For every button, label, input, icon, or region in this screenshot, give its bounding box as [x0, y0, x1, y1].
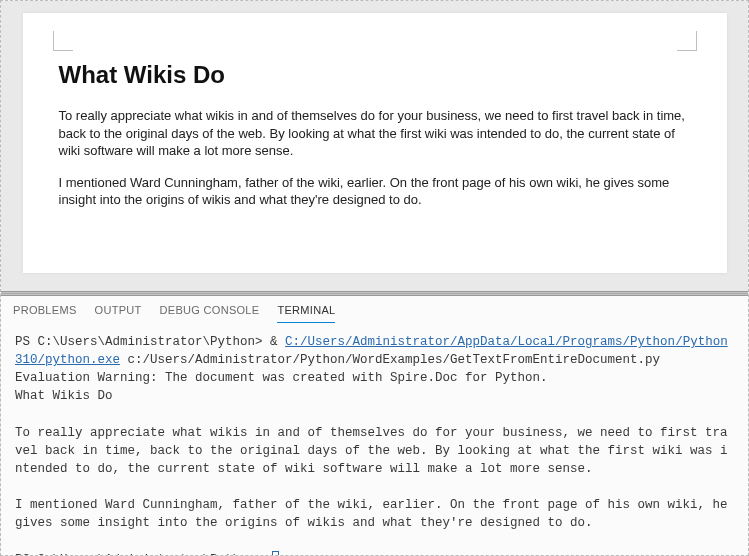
- document-page: What Wikis Do To really appreciate what …: [23, 13, 727, 273]
- crop-mark-icon: [53, 31, 73, 51]
- terminal-output[interactable]: PS C:\Users\Administrator\Python> & C:/U…: [1, 323, 748, 556]
- crop-mark-icon: [677, 31, 697, 51]
- document-heading: What Wikis Do: [59, 61, 691, 89]
- terminal-text: &: [270, 335, 285, 349]
- terminal-text: c:/Users/Administrator/Python/WordExampl…: [120, 353, 660, 367]
- document-paragraph: To really appreciate what wikis in and o…: [59, 107, 691, 160]
- terminal-output-line: What Wikis Do: [15, 389, 113, 403]
- document-paragraph: I mentioned Ward Cunningham, father of t…: [59, 174, 691, 209]
- terminal-prompt: PS C:\Users\Administrator\Python>: [15, 553, 270, 557]
- tab-debug-console[interactable]: DEBUG CONSOLE: [160, 304, 260, 323]
- terminal-warning: Evaluation Warning: The document was cre…: [15, 371, 548, 385]
- document-preview-area: What Wikis Do To really appreciate what …: [1, 1, 748, 291]
- panel-tabs: PROBLEMS OUTPUT DEBUG CONSOLE TERMINAL: [1, 296, 748, 323]
- tab-output[interactable]: OUTPUT: [95, 304, 142, 323]
- bottom-panel: PROBLEMS OUTPUT DEBUG CONSOLE TERMINAL P…: [1, 296, 748, 556]
- cursor-icon: [272, 551, 279, 557]
- tab-problems[interactable]: PROBLEMS: [13, 304, 77, 323]
- terminal-output-line: To really appreciate what wikis in and o…: [15, 426, 728, 476]
- terminal-output-line: I mentioned Ward Cunningham, father of t…: [15, 498, 735, 530]
- terminal-prompt: PS C:\Users\Administrator\Python>: [15, 335, 270, 349]
- tab-terminal[interactable]: TERMINAL: [277, 304, 335, 323]
